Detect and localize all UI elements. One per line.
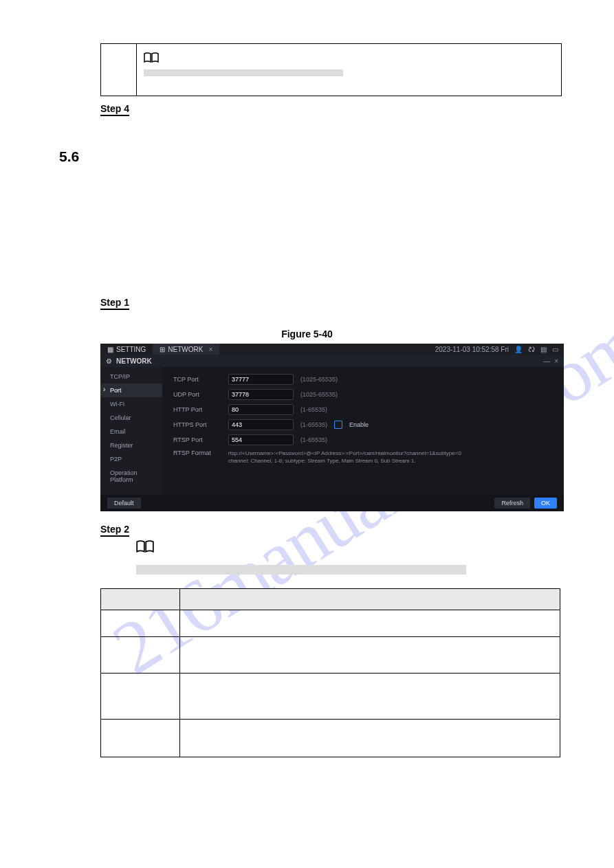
rtsp-format-line1: rtsp://<Username>:<Password>@<IP Address…: [228, 450, 461, 456]
note-grey-bar: [144, 69, 343, 76]
book-icon: [144, 52, 159, 63]
note2-grey-bar: [136, 565, 466, 575]
notebox-right-cell: [137, 44, 561, 96]
main-panel: TCP Port 37777 (1025-65535) UDP Port 377…: [162, 367, 564, 495]
top-note-box: [100, 43, 562, 96]
http-port-range: (1-65535): [300, 406, 327, 413]
tab-network[interactable]: ⊞ NETWORK ×: [153, 344, 219, 355]
rtsp-format-text: rtsp://<Username>:<Password>@<IP Address…: [228, 449, 461, 465]
rtsp-format-label: RTSP Format: [173, 449, 221, 465]
param-header-desc: [180, 589, 560, 610]
udp-port-label: UDP Port: [173, 391, 221, 398]
http-port-label: HTTP Port: [173, 406, 221, 413]
step-4-label: Step 4: [100, 103, 129, 116]
param-header-name: [101, 589, 180, 610]
sidebar-item-wifi[interactable]: Wi-Fi: [100, 397, 162, 411]
section-heading-number: 5.6: [59, 148, 79, 165]
tcp-port-range: (1025-65535): [300, 376, 338, 383]
udp-port-range: (1025-65535): [300, 391, 338, 398]
udp-port-input[interactable]: 37778: [228, 389, 294, 400]
close-panel-icon[interactable]: ×: [554, 357, 558, 365]
ok-button[interactable]: OK: [534, 498, 557, 509]
minimize-icon[interactable]: —: [543, 357, 550, 365]
rtsp-port-input[interactable]: 554: [228, 434, 294, 445]
wide-icon[interactable]: ▭: [552, 346, 558, 353]
parameter-table: [100, 588, 560, 757]
sidebar-item-p2p[interactable]: P2P: [100, 452, 162, 466]
book-icon: [136, 540, 154, 553]
https-port-input[interactable]: 443: [228, 419, 294, 430]
tcp-port-label: TCP Port: [173, 376, 221, 383]
refresh-button[interactable]: Refresh: [494, 498, 530, 509]
subbar-title: NETWORK: [116, 357, 152, 365]
grid-icon: ▦: [107, 346, 113, 353]
https-enable-label: Enable: [349, 421, 369, 428]
table-row: [101, 637, 560, 674]
notebox-left-cell: [101, 44, 137, 96]
footer: Default Refresh OK: [100, 495, 564, 511]
tab-setting[interactable]: ▦ SETTING: [100, 344, 153, 355]
tcp-port-input[interactable]: 37777: [228, 374, 294, 385]
https-enable-checkbox[interactable]: [334, 421, 342, 429]
https-port-range: (1-65535): [300, 421, 327, 428]
subbar: ⚙ NETWORK — ×: [100, 355, 564, 367]
sidebar-item-email[interactable]: Email: [100, 425, 162, 438]
cube-icon: ⊞: [160, 346, 165, 353]
table-row: [101, 674, 560, 720]
user-icon[interactable]: 👤: [514, 346, 523, 353]
sidebar-item-port[interactable]: Port: [100, 383, 162, 397]
sidebar-item-opplat[interactable]: Operation Platform: [100, 466, 162, 487]
tab-network-label: NETWORK: [168, 346, 203, 353]
default-button[interactable]: Default: [107, 498, 141, 509]
timestamp: 2023-11-03 10:52:58 Fri: [435, 346, 509, 353]
table-row: [101, 720, 560, 757]
https-port-label: HTTPS Port: [173, 421, 221, 428]
rtsp-port-range: (1-65535): [300, 436, 327, 443]
bell-icon[interactable]: 🗘: [528, 346, 535, 353]
figure-caption: Figure 5-40: [0, 329, 614, 340]
tab-setting-label: SETTING: [116, 346, 146, 353]
table-row: [101, 610, 560, 637]
sidebar: TCP/IP Port Wi-Fi Cellular Email Registe…: [100, 367, 162, 495]
rtsp-port-label: RTSP Port: [173, 436, 221, 443]
step-1-label: Step 1: [100, 297, 129, 310]
sidebar-item-register[interactable]: Register: [100, 438, 162, 452]
sidebar-item-cellular[interactable]: Cellular: [100, 411, 162, 425]
settings-icon: ⚙: [106, 357, 112, 365]
topbar: ▦ SETTING ⊞ NETWORK × 2023-11-03 10:52:5…: [100, 344, 564, 355]
rtsp-format-line2: channel: Channel, 1-8; subtype: Stream T…: [228, 458, 415, 464]
settings-screenshot: ▦ SETTING ⊞ NETWORK × 2023-11-03 10:52:5…: [100, 344, 564, 511]
note-after-step2: [136, 536, 473, 575]
sidebar-item-tcpip[interactable]: TCP/IP: [100, 370, 162, 383]
drawer-icon[interactable]: ▤: [540, 346, 547, 353]
step-2-label: Step 2: [100, 524, 129, 537]
http-port-input[interactable]: 80: [228, 404, 294, 415]
close-icon[interactable]: ×: [208, 346, 212, 353]
